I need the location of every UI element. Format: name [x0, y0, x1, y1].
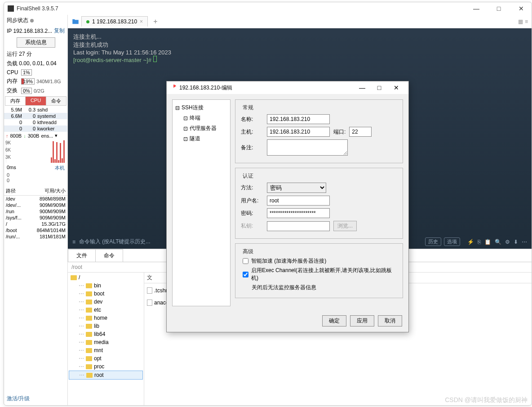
- grid-view-icon[interactable]: ▦: [518, 18, 523, 25]
- browse-button[interactable]: 浏览...: [333, 221, 357, 231]
- titlebar: FinalShell 3.9.5.7 — □ ✕: [4, 2, 532, 15]
- name-field[interactable]: [267, 114, 330, 124]
- copy-icon[interactable]: ⎘: [478, 239, 481, 245]
- tree-node-dev[interactable]: ⋯dev: [69, 298, 143, 306]
- folder-icon[interactable]: [71, 18, 80, 26]
- dialog-close[interactable]: ✕: [388, 84, 405, 91]
- dialog-tree: ⊟SSH连接 ⊡终端 ⊡代理服务器 ⊡隧道: [172, 99, 231, 306]
- host-field[interactable]: [267, 127, 330, 137]
- edit-dialog: 192.168.183.210-编辑 — □ ✕ ⊟SSH连接 ⊡终端 ⊡代理服…: [166, 81, 409, 332]
- more-icon[interactable]: ⋯: [522, 239, 527, 245]
- tree-node-bin[interactable]: ⋯bin: [69, 282, 143, 290]
- tree-node-mnt[interactable]: ⋯mnt: [69, 346, 143, 354]
- dialog-maximize[interactable]: □: [371, 84, 388, 91]
- close-tab-icon[interactable]: ×: [140, 18, 143, 25]
- list-view-icon[interactable]: ≡: [525, 18, 528, 25]
- tab-files[interactable]: 文件: [68, 249, 96, 262]
- tree-node-home[interactable]: ⋯home: [69, 314, 143, 322]
- username-field[interactable]: [267, 196, 330, 206]
- tab-bar: 1 192.168.183.210 × + ▦≡: [68, 15, 532, 28]
- command-input-hint[interactable]: 命令输入 (按ALT键提示历史...: [79, 238, 150, 246]
- new-tab-button[interactable]: +: [149, 18, 162, 26]
- tree-node-media[interactable]: ⋯media: [69, 338, 143, 346]
- status-dot-icon: [86, 20, 89, 23]
- copy-button[interactable]: 复制: [54, 27, 65, 35]
- sync-status: 同步状态: [4, 15, 67, 26]
- tree-tunnel[interactable]: ⊡隧道: [174, 134, 228, 144]
- cursor-icon: [153, 56, 157, 62]
- process-list: 5.9M0.3sshd 6.6M0systemd 00kthreadd 00kw…: [4, 107, 67, 132]
- auth-fieldset: 认证 方法:密码 用户名: 密码: 私钥:浏览...: [235, 168, 403, 239]
- exec-checkbox[interactable]: [243, 272, 248, 277]
- tree-node-boot[interactable]: ⋯boot: [69, 290, 143, 298]
- app-icon: [8, 5, 14, 12]
- tab-cmd[interactable]: 命令: [46, 97, 66, 105]
- tab-commands[interactable]: 命令: [95, 249, 123, 262]
- runtime: 运行 27 分: [4, 49, 67, 59]
- app-title: FinalShell 3.9.5.7: [17, 5, 470, 12]
- directory-tree: / ⋯bin⋯boot⋯dev⋯etc⋯home⋯lib⋯lib64⋯media…: [68, 273, 144, 405]
- history-button[interactable]: 历史: [425, 237, 441, 246]
- cpu-value: 1%: [21, 69, 32, 76]
- password-field[interactable]: [267, 208, 330, 218]
- system-info-button[interactable]: 系统信息: [17, 37, 55, 48]
- tree-terminal[interactable]: ⊡终端: [174, 113, 228, 123]
- method-select[interactable]: 密码: [267, 183, 326, 193]
- remark-field[interactable]: [267, 139, 348, 156]
- ip-text: IP 192.168.183.2...: [7, 28, 52, 34]
- network-chart: 9K 6K 3K: [6, 140, 66, 163]
- session-tab[interactable]: 1 192.168.183.210 ×: [81, 16, 148, 27]
- swap-pct: 0%: [21, 88, 32, 94]
- activate-link[interactable]: 激活/升级: [4, 392, 67, 405]
- disk-list: 路径可用/大小 /dev898M/898M /dev/...909M/909M …: [4, 187, 67, 240]
- stat-tabs: 内存 CPU 命令: [5, 96, 66, 106]
- accel-checkbox[interactable]: [243, 258, 248, 264]
- tree-node-opt[interactable]: ⋯opt: [69, 354, 143, 362]
- advanced-fieldset: 高级 智能加速 (加速海外服务器连接) 启用Exec Channel(若连接上就…: [235, 243, 403, 298]
- cancel-button[interactable]: 取消: [378, 315, 402, 326]
- tab-cpu[interactable]: CPU: [26, 97, 45, 105]
- general-fieldset: 常规 名称: 主机:端口: 备注:: [235, 99, 403, 163]
- dialog-minimize[interactable]: —: [354, 84, 371, 91]
- tree-node-lib[interactable]: ⋯lib: [69, 322, 143, 330]
- latency: 0ms: [7, 165, 16, 171]
- paste-icon[interactable]: 📋: [484, 239, 491, 245]
- tree-node-lib64[interactable]: ⋯lib64: [69, 330, 143, 338]
- dialog-titlebar: 192.168.183.210-编辑 — □ ✕: [167, 81, 408, 94]
- minimize-button[interactable]: —: [470, 5, 483, 12]
- tree-node-proc[interactable]: ⋯proc: [69, 362, 143, 371]
- maximize-button[interactable]: □: [492, 5, 505, 12]
- download-icon[interactable]: ⬇: [514, 239, 518, 245]
- close-button[interactable]: ✕: [514, 5, 528, 12]
- tree-node-etc[interactable]: ⋯etc: [69, 306, 143, 314]
- tree-ssh[interactable]: ⊟SSH连接: [174, 103, 228, 113]
- options-button[interactable]: 选项: [444, 237, 460, 246]
- tab-mem[interactable]: 内存: [5, 97, 26, 105]
- apply-button[interactable]: 应用: [350, 315, 374, 326]
- tree-root[interactable]: /: [69, 273, 143, 282]
- load: 负载 0.00, 0.01, 0.04: [4, 59, 67, 68]
- ok-button[interactable]: 确定: [322, 315, 346, 326]
- network-rate: ↑800B↓300Bens...▾: [4, 132, 67, 139]
- menu-icon[interactable]: ≡: [72, 239, 75, 245]
- search-icon[interactable]: 🔍: [495, 239, 501, 245]
- mem-pct: 19%: [21, 78, 35, 85]
- java-icon: [170, 85, 177, 91]
- sidebar: 同步状态 IP 192.168.183.2...复制 系统信息 运行 27 分 …: [4, 15, 68, 405]
- private-key-field: [267, 221, 330, 231]
- bolt-icon[interactable]: ⚡: [467, 239, 474, 245]
- tree-node-root[interactable]: ⋯root: [69, 371, 143, 380]
- tree-proxy[interactable]: ⊡代理服务器: [174, 123, 228, 134]
- local-label[interactable]: 本机: [55, 165, 65, 171]
- watermark: CSDN @请叫我爱做饭的厨神: [445, 396, 528, 404]
- port-field[interactable]: [349, 127, 372, 137]
- gear-icon[interactable]: ⚙: [505, 239, 510, 245]
- folder-icon: [71, 275, 77, 280]
